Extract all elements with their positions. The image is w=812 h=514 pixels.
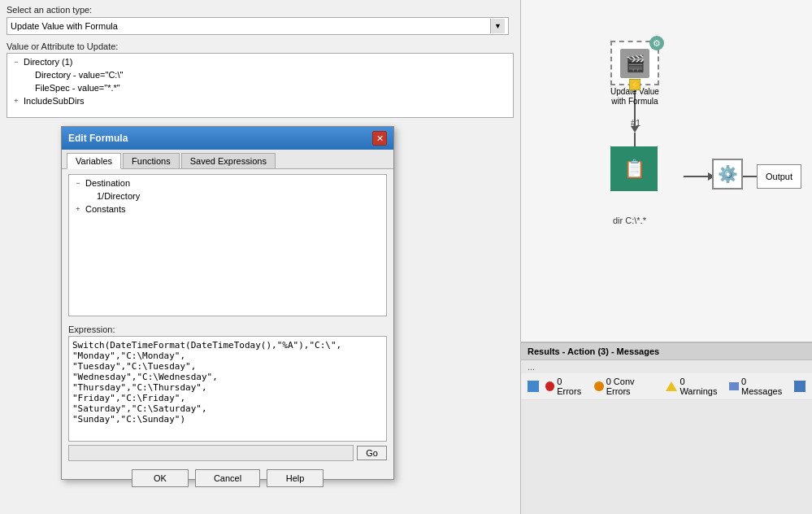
conv-error-icon — [594, 381, 604, 391]
conv-errors-status: 0 Conv Errors — [594, 377, 659, 396]
message-icon — [729, 382, 739, 390]
gear-overlay-icon: ⚙ — [649, 36, 664, 50]
dialog-tree-item-directory[interactable]: 1/Directory — [82, 189, 384, 203]
update-value-icon: 🎬 — [620, 49, 649, 78]
edit-formula-dialog: Edit Formula ✕ Variables Functions Saved… — [61, 126, 394, 480]
tree-panel: − Directory (1) Directory - value="C:\" … — [7, 53, 514, 118]
go-input[interactable] — [68, 445, 354, 461]
dialog-tabs: Variables Functions Saved Expressions — [62, 150, 393, 169]
status-bar: 0 Errors 0 Conv Errors 0 Warnings 0 Mess… — [521, 373, 812, 400]
errors-status: 0 Errors — [545, 377, 588, 396]
go-button[interactable]: Go — [357, 446, 387, 460]
value-attr-label: Value or Attribute to Update: — [0, 38, 520, 53]
tree-item-filespec[interactable]: FileSpec - value="*.*" — [20, 81, 511, 94]
dropdown-arrow-icon[interactable]: ▼ — [490, 19, 505, 33]
results-ellipsis: ... — [521, 360, 812, 373]
tab-functions[interactable]: Functions — [123, 153, 180, 168]
left-panel: Select an action type: Update Value with… — [0, 0, 520, 514]
dir-path-label: dir C:\*.* — [613, 216, 646, 225]
dialog-titlebar: Edit Formula ✕ — [62, 127, 393, 150]
cancel-button[interactable]: Cancel — [195, 469, 260, 487]
expression-label: Expression: — [62, 321, 393, 336]
warnings-status: 0 Warnings — [666, 377, 723, 396]
hash-label: #1 — [631, 118, 640, 128]
grid-icon — [528, 381, 539, 392]
output-node-box: Output — [757, 164, 801, 189]
tree-label-filespec: FileSpec - value="*.*" — [35, 83, 120, 93]
dialog-tree-expander-destination[interactable]: − — [72, 177, 84, 189]
warning-count: 0 Warnings — [680, 377, 723, 396]
dialog-tree-expander-dir — [84, 190, 95, 202]
dir-node-box: 📋 — [610, 146, 658, 191]
messages-status: 0 Messages — [729, 377, 788, 396]
results-panel: Results - Action (3) - Messages ... 0 Er… — [520, 342, 812, 514]
output-node-label: Output — [766, 172, 792, 181]
help-button[interactable]: Help — [267, 469, 323, 487]
dialog-buttons: OK Cancel Help — [62, 464, 393, 492]
action-type-value: Update Value with Formula — [11, 21, 118, 31]
warning-icon — [666, 381, 677, 391]
workflow-canvas-panel: ⚙ 🎬 ⚡ Update Valuewith Formula #1 📋 ⚙️ O… — [520, 0, 812, 342]
workflow-canvas: ⚙ 🎬 ⚡ Update Valuewith Formula #1 📋 ⚙️ O… — [521, 0, 812, 342]
dialog-close-button[interactable]: ✕ — [372, 131, 387, 146]
dialog-tree-label-constants: Constants — [85, 204, 126, 214]
tree-label-includesubdirs: IncludeSubDirs — [24, 96, 85, 106]
ok-button[interactable]: OK — [132, 469, 189, 487]
save-icon[interactable] — [794, 381, 805, 392]
dialog-title: Edit Formula — [68, 133, 128, 144]
dialog-tree-expander-constants[interactable]: + — [72, 203, 84, 215]
conv-error-count: 0 Conv Errors — [606, 377, 660, 396]
dialog-tree-item-destination[interactable]: − Destination — [71, 176, 384, 189]
dir-listing-icon: 📋 — [623, 159, 645, 180]
go-row: Go — [62, 442, 393, 464]
tree-expander-empty1 — [22, 69, 33, 81]
tree-expander-includesubdirs[interactable]: + — [11, 95, 22, 107]
tree-item-includesubdirs[interactable]: + IncludeSubDirs — [9, 94, 511, 107]
update-value-node[interactable]: ⚙ 🎬 ⚡ Update Valuewith Formula — [610, 41, 659, 107]
settings-node[interactable]: ⚙️ — [712, 159, 743, 189]
dialog-tree-item-constants[interactable]: + Constants — [71, 203, 384, 216]
tree-expander-empty2 — [22, 82, 33, 94]
settings-node-box: ⚙️ — [712, 159, 743, 189]
dialog-tree-label-directory: 1/Directory — [97, 191, 140, 201]
action-type-label: Select an action type: — [7, 5, 514, 15]
action-type-section: Select an action type: Update Value with… — [0, 0, 520, 38]
tree-item-directory-value[interactable]: Directory - value="C:\" — [20, 68, 511, 81]
lightning-icon: ⚡ — [629, 79, 640, 90]
error-count: 0 Errors — [557, 377, 588, 396]
tree-item-directory[interactable]: − Directory (1) — [9, 55, 511, 68]
tree-label-directory-value: Directory - value="C:\" — [35, 70, 123, 80]
update-value-box: ⚙ 🎬 ⚡ — [610, 41, 659, 85]
tab-variables[interactable]: Variables — [67, 153, 121, 169]
output-node[interactable]: Output — [757, 164, 801, 189]
tab-saved-expressions[interactable]: Saved Expressions — [181, 153, 276, 168]
dir-listing-node[interactable]: 📋 — [610, 146, 658, 191]
expression-textarea[interactable]: Switch(DateTimeFormat(DateTimeToday(),"%… — [68, 336, 387, 442]
tree-expander-directory[interactable]: − — [11, 56, 22, 68]
dialog-tree-area: − Destination 1/Directory + Constants — [68, 174, 387, 316]
dialog-tree-label-destination: Destination — [85, 178, 130, 188]
error-icon — [545, 381, 555, 391]
results-title: Results - Action (3) - Messages — [521, 343, 812, 360]
message-count: 0 Messages — [741, 377, 788, 396]
tree-label-directory: Directory (1) — [24, 57, 73, 67]
action-type-dropdown[interactable]: Update Value with Formula ▼ — [7, 17, 509, 35]
